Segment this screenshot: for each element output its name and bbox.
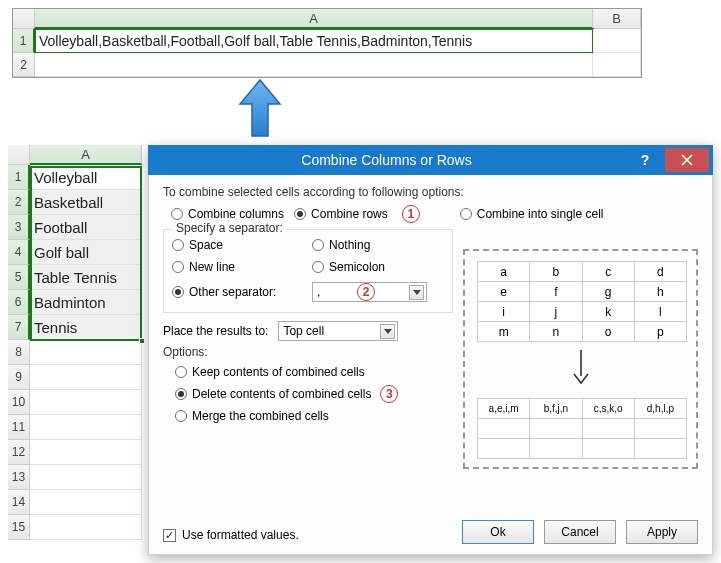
- cell-a1[interactable]: Volleyball,Basketball,Football,Golf ball…: [35, 29, 593, 53]
- separator-value: ,: [317, 285, 320, 299]
- separator-label: Specify a separator:: [172, 221, 287, 235]
- cell[interactable]: Table Tennis: [30, 265, 142, 290]
- preview-panel: abcd efgh ijkl mnop a,e,i,mb,f,j,nc,s,k,…: [463, 249, 698, 469]
- radio-label: New line: [189, 260, 235, 274]
- col-header-a[interactable]: A: [35, 9, 593, 29]
- row-header[interactable]: 6: [8, 290, 30, 315]
- callout-3: 3: [380, 385, 398, 403]
- row-header[interactable]: 3: [8, 215, 30, 240]
- preview-after-table: a,e,i,mb,f,j,nc,s,k,od,h,l,p: [477, 398, 687, 459]
- cell[interactable]: [30, 440, 142, 465]
- arrow-down-icon: [477, 350, 684, 390]
- formatted-checkbox[interactable]: [163, 529, 176, 542]
- radio-label: Space: [189, 238, 223, 252]
- radio-label: Nothing: [329, 238, 370, 252]
- callout-2: 2: [357, 283, 375, 301]
- ok-button[interactable]: Ok: [462, 520, 534, 544]
- radio-combine-rows[interactable]: Combine rows: [294, 207, 388, 221]
- place-select[interactable]: Top cell: [278, 321, 398, 341]
- apply-button[interactable]: Apply: [626, 520, 698, 544]
- row-header-1[interactable]: 1: [13, 29, 35, 53]
- row-header[interactable]: 2: [8, 190, 30, 215]
- radio-label: Other separator:: [189, 285, 276, 299]
- col-header-b[interactable]: B: [593, 9, 641, 29]
- radio-combine-single[interactable]: Combine into single cell: [460, 207, 604, 221]
- combine-dialog: Combine Columns or Rows ? To combine sel…: [148, 145, 713, 555]
- row-header[interactable]: 15: [8, 515, 30, 540]
- separator-group: Specify a separator: Space Nothing New l…: [163, 229, 453, 313]
- cell[interactable]: [30, 340, 142, 365]
- row-header[interactable]: 10: [8, 390, 30, 415]
- place-label: Place the results to:: [163, 324, 268, 338]
- radio-label: Keep contents of combined cells: [192, 365, 365, 379]
- radio-label: Combine into single cell: [477, 207, 604, 221]
- cell[interactable]: [30, 365, 142, 390]
- cell[interactable]: [30, 490, 142, 515]
- row-header-2[interactable]: 2: [13, 53, 35, 77]
- cell[interactable]: [30, 515, 142, 540]
- cell[interactable]: [30, 465, 142, 490]
- select-all-corner[interactable]: [13, 9, 35, 29]
- result-spreadsheet: A B 1 Volleyball,Basketball,Football,Gol…: [12, 8, 642, 78]
- row-header[interactable]: 12: [8, 440, 30, 465]
- cell[interactable]: Golf ball: [30, 240, 142, 265]
- dialog-title: Combine Columns or Rows: [148, 152, 625, 168]
- place-value: Top cell: [283, 324, 324, 338]
- callout-1: 1: [402, 205, 420, 223]
- intro-text: To combine selected cells according to f…: [163, 185, 698, 199]
- cell[interactable]: Volleyball: [30, 165, 142, 190]
- row-header[interactable]: 14: [8, 490, 30, 515]
- radio-label: Combine columns: [188, 207, 284, 221]
- cell-a2[interactable]: [35, 53, 593, 77]
- row-header[interactable]: 8: [8, 340, 30, 365]
- radio-label: Combine rows: [311, 207, 388, 221]
- radio-space[interactable]: Space: [172, 238, 312, 252]
- row-header[interactable]: 13: [8, 465, 30, 490]
- preview-before-table: abcd efgh ijkl mnop: [477, 261, 687, 342]
- radio-label: Merge the combined cells: [192, 409, 329, 423]
- row-header[interactable]: 11: [8, 415, 30, 440]
- row-header[interactable]: 4: [8, 240, 30, 265]
- cell-b2[interactable]: [593, 53, 641, 77]
- row-header[interactable]: 1: [8, 165, 30, 190]
- selection-handle[interactable]: [139, 338, 145, 344]
- cell-b1[interactable]: [593, 29, 641, 53]
- radio-combine-columns[interactable]: Combine columns: [171, 207, 284, 221]
- row-header[interactable]: 7: [8, 315, 30, 340]
- cell[interactable]: Badminton: [30, 290, 142, 315]
- col-header-a[interactable]: A: [30, 145, 142, 165]
- cell[interactable]: [30, 415, 142, 440]
- arrow-up-icon: [230, 78, 290, 138]
- row-header[interactable]: 5: [8, 265, 30, 290]
- chevron-down-icon[interactable]: [380, 324, 395, 339]
- cell[interactable]: Football: [30, 215, 142, 240]
- select-all-corner[interactable]: [8, 145, 30, 165]
- radio-label: Delete contents of combined cells: [192, 387, 371, 401]
- close-button[interactable]: [665, 148, 709, 172]
- radio-other[interactable]: Other separator:: [172, 282, 312, 302]
- cancel-button[interactable]: Cancel: [544, 520, 616, 544]
- cell[interactable]: Tennis: [30, 315, 142, 340]
- source-spreadsheet: A 1Volleyball 2Basketball 3Football 4Gol…: [8, 145, 143, 540]
- other-separator-input[interactable]: , 2: [312, 282, 427, 302]
- help-button[interactable]: ?: [625, 152, 665, 168]
- row-header[interactable]: 9: [8, 365, 30, 390]
- radio-label: Semicolon: [329, 260, 385, 274]
- cell[interactable]: Basketball: [30, 190, 142, 215]
- radio-newline[interactable]: New line: [172, 260, 312, 274]
- close-icon: [681, 154, 693, 166]
- radio-semicolon[interactable]: Semicolon: [312, 260, 462, 274]
- radio-nothing[interactable]: Nothing: [312, 238, 462, 252]
- titlebar[interactable]: Combine Columns or Rows ?: [148, 145, 713, 175]
- cell[interactable]: [30, 390, 142, 415]
- formatted-label: Use formatted values.: [182, 528, 299, 542]
- chevron-down-icon[interactable]: [409, 285, 424, 300]
